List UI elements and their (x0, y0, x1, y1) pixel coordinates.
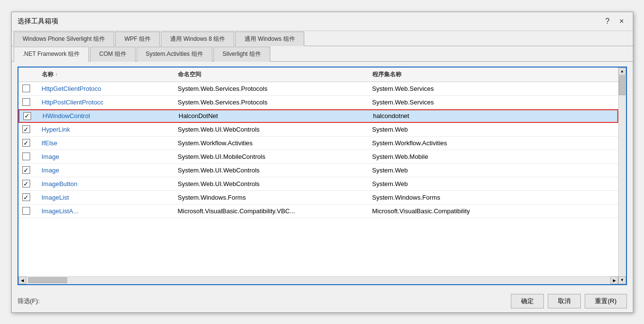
header-ns-col[interactable]: 命名空间 (174, 69, 368, 80)
checkbox[interactable]: ✓ (22, 139, 30, 147)
table-row[interactable]: HttpPostClientProtoccSystem.Web.Services… (18, 96, 618, 109)
checkbox[interactable]: ✓ (22, 166, 30, 174)
row-checkbox-cell[interactable]: ✓ (18, 192, 38, 202)
table-row[interactable]: ImageListA...Microsoft.VisualBasic.Compa… (18, 205, 618, 218)
checkbox[interactable] (22, 85, 30, 92)
dialog-title: 选择工具箱项 (17, 17, 58, 26)
footer-buttons: 确定 取消 重置(R) (511, 294, 627, 308)
hscroll-right-btn[interactable]: ▶ (610, 276, 618, 284)
row-checkbox-cell[interactable]: ✓ (19, 111, 39, 121)
title-bar-buttons: ? × (602, 16, 627, 27)
row-namespace: System.Web.Services.Protocols (174, 98, 368, 107)
row-name: IfElse (38, 138, 174, 148)
row-name: ImageListA... (38, 206, 174, 216)
row-checkbox-cell[interactable]: ✓ (18, 124, 38, 134)
row-namespace: System.Web.Services.Protocols (174, 84, 368, 93)
hscroll-left-btn[interactable]: ◀ (18, 276, 26, 284)
cancel-button[interactable]: 取消 (548, 294, 581, 308)
table-body: HttpGetClientProtocoSystem.Web.Services.… (18, 82, 618, 276)
row-name: HyperLink (38, 125, 174, 134)
vscroll-thumb[interactable] (619, 76, 626, 95)
row-checkbox-cell[interactable] (18, 84, 38, 93)
row-name: HttpGetClientProtoco (38, 84, 174, 93)
table-row[interactable]: ✓HyperLinkSystem.Web.UI.WebControlsSyste… (18, 123, 618, 136)
table-row[interactable]: ✓ImageListSystem.Windows.FormsSystem.Win… (18, 191, 618, 205)
checkbox[interactable]: ✓ (22, 180, 30, 188)
table-row[interactable]: ✓HWindowControlHalconDotNethalcondotnet (18, 109, 618, 123)
table-row[interactable]: ImageSystem.Web.UI.MobileControlsSystem.… (18, 150, 618, 164)
row-checkbox-cell[interactable]: ✓ (18, 165, 38, 175)
checkbox[interactable] (22, 98, 30, 106)
row-namespace: System.Web.UI.MobileControls (174, 152, 368, 161)
ok-button[interactable]: 确定 (511, 294, 544, 308)
row-checkbox-cell[interactable] (18, 97, 38, 107)
checkbox[interactable] (22, 153, 30, 160)
tab-row-2: .NET Framework 组件 COM 组件 System.Activiti… (12, 46, 633, 62)
footer: 筛选(F): 确定 取消 重置(R) (12, 290, 633, 312)
row-assembly: System.Web.Services (368, 98, 618, 107)
tab-silverlight[interactable]: Silverlight 组件 (213, 47, 270, 62)
tab-row-1: Windows Phone Silverlight 组件 WPF 组件 通用 W… (12, 31, 633, 46)
row-checkbox-cell[interactable] (18, 206, 38, 216)
row-assembly: Microsoft.VisualBasic.Compatibility (368, 206, 618, 216)
checkbox[interactable]: ✓ (22, 193, 30, 201)
table-container: 名称 ↑ 命名空间 程序集名称 HttpGetClientProtocoSyst… (17, 67, 627, 285)
vscroll-track[interactable] (619, 75, 626, 276)
table-row[interactable]: ✓IfElseSystem.Workflow.ActivitiesSystem.… (18, 136, 618, 150)
header-name-col[interactable]: 名称 ↑ (38, 69, 174, 80)
hscroll-track[interactable] (26, 277, 610, 284)
table-header: 名称 ↑ 命名空间 程序集名称 (18, 68, 618, 82)
row-namespace: System.Web.UI.WebControls (174, 179, 368, 188)
horizontal-scrollbar[interactable]: ◀ ▶ (18, 276, 618, 284)
table-row[interactable]: HttpGetClientProtocoSystem.Web.Services.… (18, 82, 618, 96)
vertical-scrollbar[interactable]: ▲ ▼ (618, 68, 626, 284)
tab-win-universal[interactable]: 通用 Windows 组件 (235, 32, 304, 46)
inner-table: 名称 ↑ 命名空间 程序集名称 HttpGetClientProtocoSyst… (18, 68, 618, 284)
tab-net-framework[interactable]: .NET Framework 组件 (14, 47, 89, 62)
row-checkbox-cell[interactable]: ✓ (18, 179, 38, 188)
table-row[interactable]: ✓ImageButtonSystem.Web.UI.WebControlsSys… (18, 177, 618, 191)
vscroll-down-btn[interactable]: ▼ (618, 276, 626, 284)
vscroll-up-btn[interactable]: ▲ (618, 68, 626, 75)
reset-button[interactable]: 重置(R) (585, 294, 627, 308)
row-assembly: System.Windows.Forms (368, 193, 618, 202)
row-namespace: Microsoft.VisualBasic.Compatibility.VBC.… (174, 206, 368, 216)
tab-wp-silverlight[interactable]: Windows Phone Silverlight 组件 (14, 32, 114, 46)
header-asm-col[interactable]: 程序集名称 (368, 69, 618, 80)
tab-win8[interactable]: 通用 Windows 8 组件 (161, 32, 234, 46)
row-name: HttpPostClientProtocc (38, 98, 174, 107)
row-assembly: System.Web (368, 179, 618, 188)
row-assembly: halcondotnet (369, 111, 617, 120)
row-checkbox-cell[interactable]: ✓ (18, 138, 38, 148)
row-name: Image (38, 152, 174, 161)
row-assembly: System.Web.Services (368, 84, 618, 93)
help-button[interactable]: ? (602, 16, 612, 27)
sort-arrow-name: ↑ (55, 72, 58, 77)
tab-com[interactable]: COM 组件 (90, 47, 135, 62)
row-assembly: System.Web (368, 166, 618, 175)
tab-system-activities[interactable]: System.Activities 组件 (137, 47, 212, 62)
tab-wpf[interactable]: WPF 组件 (115, 32, 160, 46)
table-row[interactable]: ✓ImageSystem.Web.UI.WebControlsSystem.We… (18, 164, 618, 177)
checkbox[interactable]: ✓ (23, 112, 31, 120)
row-namespace: System.Web.UI.WebControls (174, 166, 368, 175)
checkbox[interactable] (22, 207, 30, 215)
checkbox[interactable]: ✓ (22, 125, 30, 133)
title-bar: 选择工具箱项 ? × (12, 12, 633, 31)
row-checkbox-cell[interactable] (18, 152, 38, 161)
row-name: ImageButton (38, 179, 174, 188)
row-assembly: System.Web (368, 125, 618, 134)
table-wrapper: 名称 ↑ 命名空间 程序集名称 HttpGetClientProtocoSyst… (18, 68, 626, 284)
close-button[interactable]: × (616, 16, 627, 27)
header-check-col (18, 69, 38, 80)
content-area: 名称 ↑ 命名空间 程序集名称 HttpGetClientProtocoSyst… (12, 62, 633, 290)
hscroll-thumb[interactable] (28, 277, 67, 283)
row-namespace: System.Workflow.Activities (174, 138, 368, 148)
row-namespace: System.Web.UI.WebControls (174, 125, 368, 134)
dialog: 选择工具箱项 ? × Windows Phone Silverlight 组件 … (11, 12, 633, 313)
row-namespace: HalconDotNet (175, 111, 369, 120)
filter-label: 筛选(F): (17, 297, 40, 306)
row-namespace: System.Windows.Forms (174, 193, 368, 202)
row-assembly: System.Workflow.Activities (368, 138, 618, 148)
row-assembly: System.Web.Mobile (368, 152, 618, 161)
